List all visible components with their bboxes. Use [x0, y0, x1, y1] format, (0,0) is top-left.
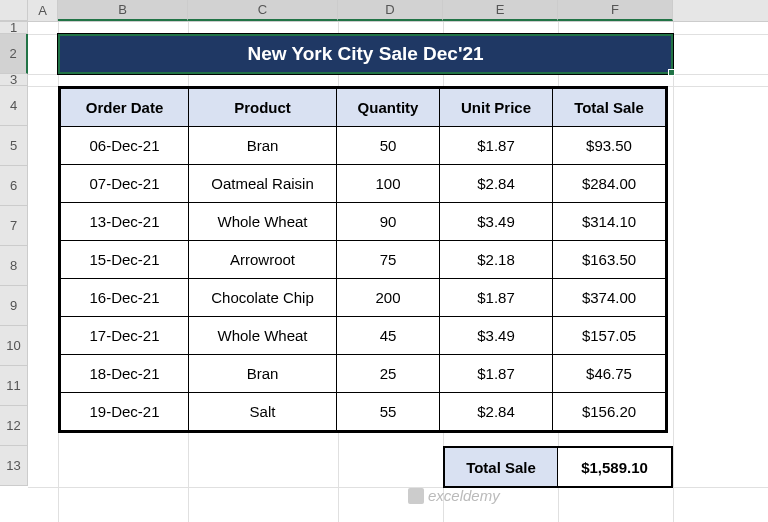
cell-price[interactable]: $1.87 — [440, 355, 553, 393]
row-header-2[interactable]: 2 — [0, 34, 28, 74]
cell-date[interactable]: 13-Dec-21 — [61, 203, 189, 241]
cell-qty[interactable]: 100 — [337, 165, 440, 203]
row-header-3[interactable]: 3 — [0, 74, 28, 86]
table-header-row: Order Date Product Quantity Unit Price T… — [61, 89, 666, 127]
header-quantity[interactable]: Quantity — [337, 89, 440, 127]
cell-qty[interactable]: 50 — [337, 127, 440, 165]
cell-product[interactable]: Arrowroot — [189, 241, 337, 279]
cell-product[interactable]: Bran — [189, 127, 337, 165]
select-all-corner[interactable] — [0, 0, 28, 21]
cell-product[interactable]: Chocolate Chip — [189, 279, 337, 317]
cell-total[interactable]: $157.05 — [553, 317, 666, 355]
title-text: New York City Sale Dec'21 — [247, 43, 483, 65]
cell-price[interactable]: $2.84 — [440, 165, 553, 203]
table-row: 17-Dec-21Whole Wheat45$3.49$157.05 — [61, 317, 666, 355]
row-header-7[interactable]: 7 — [0, 206, 28, 246]
watermark-text: exceldemy — [428, 487, 500, 504]
cell-date[interactable]: 17-Dec-21 — [61, 317, 189, 355]
cell-price[interactable]: $1.87 — [440, 127, 553, 165]
table-row: 16-Dec-21Chocolate Chip200$1.87$374.00 — [61, 279, 666, 317]
total-value[interactable]: $1,589.10 — [558, 448, 671, 486]
col-header-B[interactable]: B — [58, 0, 188, 21]
col-header-C[interactable]: C — [188, 0, 338, 21]
table-row: 18-Dec-21Bran25$1.87$46.75 — [61, 355, 666, 393]
cell-date[interactable]: 18-Dec-21 — [61, 355, 189, 393]
cell-qty[interactable]: 55 — [337, 393, 440, 431]
row-header-1[interactable]: 1 — [0, 22, 28, 34]
cell-product[interactable]: Oatmeal Raisin — [189, 165, 337, 203]
col-header-A[interactable]: A — [28, 0, 58, 21]
row-header-6[interactable]: 6 — [0, 166, 28, 206]
col-header-F[interactable]: F — [558, 0, 673, 21]
title-cell[interactable]: New York City Sale Dec'21 — [58, 34, 673, 74]
cell-qty[interactable]: 200 — [337, 279, 440, 317]
cell-price[interactable]: $1.87 — [440, 279, 553, 317]
col-header-E[interactable]: E — [443, 0, 558, 21]
cell-total[interactable]: $314.10 — [553, 203, 666, 241]
cell-total[interactable]: $284.00 — [553, 165, 666, 203]
cell-qty[interactable]: 25 — [337, 355, 440, 393]
cell-date[interactable]: 15-Dec-21 — [61, 241, 189, 279]
total-row: Total Sale $1,589.10 — [443, 446, 673, 488]
cell-qty[interactable]: 90 — [337, 203, 440, 241]
row-headers: 1 2 3 4 5 6 7 8 9 10 11 12 13 — [0, 22, 28, 486]
header-product[interactable]: Product — [189, 89, 337, 127]
cell-total[interactable]: $163.50 — [553, 241, 666, 279]
fill-handle[interactable] — [668, 69, 675, 76]
cell-total[interactable]: $156.20 — [553, 393, 666, 431]
row-header-8[interactable]: 8 — [0, 246, 28, 286]
row-header-5[interactable]: 5 — [0, 126, 28, 166]
cell-product[interactable]: Whole Wheat — [189, 203, 337, 241]
cell-qty[interactable]: 75 — [337, 241, 440, 279]
cell-price[interactable]: $2.18 — [440, 241, 553, 279]
watermark-logo-icon — [408, 488, 424, 504]
table-row: 06-Dec-21Bran50$1.87$93.50 — [61, 127, 666, 165]
table-row: 15-Dec-21Arrowroot75$2.18$163.50 — [61, 241, 666, 279]
cell-date[interactable]: 06-Dec-21 — [61, 127, 189, 165]
cell-product[interactable]: Salt — [189, 393, 337, 431]
cell-price[interactable]: $3.49 — [440, 203, 553, 241]
header-order-date[interactable]: Order Date — [61, 89, 189, 127]
row-header-10[interactable]: 10 — [0, 326, 28, 366]
header-total-sale[interactable]: Total Sale — [553, 89, 666, 127]
col-header-D[interactable]: D — [338, 0, 443, 21]
row-header-12[interactable]: 12 — [0, 406, 28, 446]
spreadsheet-grid: A B C D E F 1 2 3 4 5 6 7 8 9 10 11 12 1… — [0, 0, 768, 22]
cell-price[interactable]: $3.49 — [440, 317, 553, 355]
cell-total[interactable]: $93.50 — [553, 127, 666, 165]
row-header-9[interactable]: 9 — [0, 286, 28, 326]
data-table: Order Date Product Quantity Unit Price T… — [58, 86, 668, 433]
cell-total[interactable]: $374.00 — [553, 279, 666, 317]
table-row: 07-Dec-21Oatmeal Raisin100$2.84$284.00 — [61, 165, 666, 203]
cell-total[interactable]: $46.75 — [553, 355, 666, 393]
header-unit-price[interactable]: Unit Price — [440, 89, 553, 127]
cell-date[interactable]: 16-Dec-21 — [61, 279, 189, 317]
cell-date[interactable]: 07-Dec-21 — [61, 165, 189, 203]
cell-qty[interactable]: 45 — [337, 317, 440, 355]
row-header-13[interactable]: 13 — [0, 446, 28, 486]
table-row: 13-Dec-21Whole Wheat90$3.49$314.10 — [61, 203, 666, 241]
cell-product[interactable]: Whole Wheat — [189, 317, 337, 355]
row-header-11[interactable]: 11 — [0, 366, 28, 406]
table-row: 19-Dec-21Salt55$2.84$156.20 — [61, 393, 666, 431]
watermark: exceldemy — [408, 487, 500, 504]
row-header-4[interactable]: 4 — [0, 86, 28, 126]
total-label[interactable]: Total Sale — [445, 448, 558, 486]
cell-date[interactable]: 19-Dec-21 — [61, 393, 189, 431]
cell-price[interactable]: $2.84 — [440, 393, 553, 431]
cell-product[interactable]: Bran — [189, 355, 337, 393]
column-headers: A B C D E F — [0, 0, 768, 22]
